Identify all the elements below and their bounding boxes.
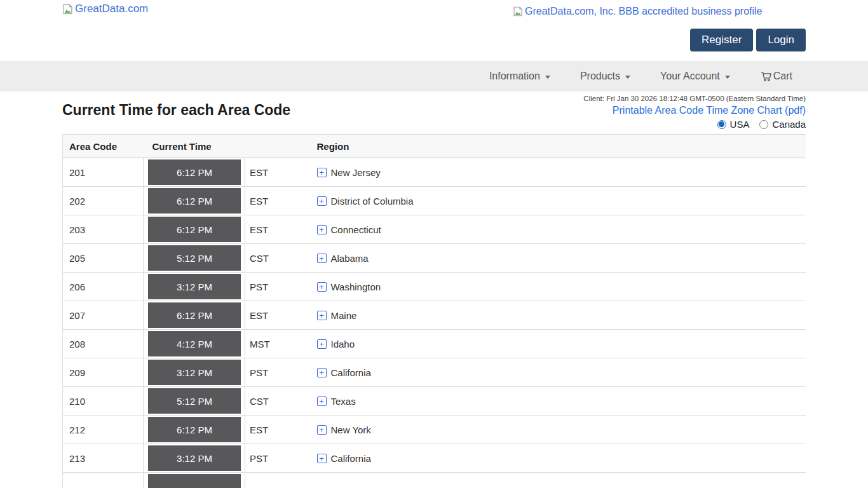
expand-plus-icon[interactable]: + <box>317 196 327 206</box>
area-code-cell: 202 <box>63 187 144 215</box>
region-name: Maine <box>331 310 357 321</box>
radio-label: USA <box>730 119 750 130</box>
timezone-cell: EST <box>245 158 312 187</box>
nav-item-cart[interactable]: Cart <box>760 70 792 83</box>
time-button[interactable]: 5:12 PM <box>148 388 241 414</box>
time-button[interactable]: 5:12 PM <box>148 245 241 271</box>
country-radio-usa[interactable]: USA <box>717 119 750 130</box>
broken-image-icon <box>512 6 524 17</box>
nav-item-label: Information <box>489 71 540 82</box>
table-row: 205 5:12 PM CST + Alabama <box>63 244 806 273</box>
timezone-cell: CST <box>245 244 312 273</box>
country-radio-group: USA Canada <box>583 119 806 130</box>
client-time-text: Client: Fri Jan 30 2026 18:12:48 GMT-050… <box>583 95 806 102</box>
page-header: GreatData.com GreatData.com, Inc. BBB ac… <box>0 0 868 61</box>
expand-plus-icon[interactable]: + <box>317 254 327 263</box>
table-row: 210 5:12 PM CST + Texas <box>63 387 806 416</box>
chevron-down-icon <box>625 76 630 79</box>
chevron-down-icon <box>545 76 550 79</box>
header-timezone <box>245 135 312 158</box>
bbb-alt-text: GreatData.com, Inc. BBB accredited busin… <box>525 6 763 17</box>
radio-icon[interactable] <box>759 120 768 129</box>
time-button[interactable] <box>148 474 241 488</box>
expand-plus-icon[interactable]: + <box>317 425 327 435</box>
area-code-cell: 210 <box>63 387 144 416</box>
right-info-stack: Client: Fri Jan 30 2026 18:12:48 GMT-050… <box>583 95 806 130</box>
radio-icon[interactable] <box>717 120 726 129</box>
table-row: 207 6:12 PM EST + Maine <box>63 301 806 330</box>
expand-plus-icon[interactable]: + <box>317 311 327 320</box>
area-code-cell: 209 <box>63 358 144 387</box>
area-code-cell: 208 <box>63 330 144 358</box>
timezone-cell: PST <box>245 444 312 473</box>
area-code-cell: 203 <box>63 215 144 244</box>
expand-plus-icon[interactable]: + <box>317 225 327 234</box>
region-name: New York <box>331 424 371 435</box>
time-button[interactable]: 3:12 PM <box>148 274 241 299</box>
chevron-down-icon <box>725 76 730 79</box>
time-button[interactable]: 3:12 PM <box>148 360 241 385</box>
area-code-cell: 207 <box>63 301 144 330</box>
nav-item-label: Cart <box>773 71 792 82</box>
timezone-cell: CST <box>245 387 312 416</box>
region-name: Texas <box>331 396 356 407</box>
region-name: California <box>331 367 371 378</box>
header-current-time: Current Time <box>144 135 245 158</box>
logo-link[interactable]: GreatData.com <box>62 3 148 15</box>
header-area-code: Area Code <box>63 135 144 158</box>
expand-plus-icon[interactable]: + <box>317 396 327 406</box>
table-row: 208 4:12 PM MST + Idaho <box>63 330 806 358</box>
info-strip: Current Time for each Area Code Client: … <box>62 92 806 134</box>
region-name: Washington <box>331 281 381 292</box>
area-code-cell: 213 <box>63 444 144 473</box>
time-button[interactable]: 6:12 PM <box>148 417 241 442</box>
region-name: New Jersey <box>331 167 381 178</box>
timezone-cell: PST <box>245 273 312 301</box>
nav-item-your-account[interactable]: Your Account <box>660 71 730 82</box>
region-name: Idaho <box>331 339 355 349</box>
auth-buttons: Register Login <box>690 29 806 51</box>
area-code-cell: 206 <box>63 273 144 301</box>
nav-item-label: Products <box>580 71 620 82</box>
expand-plus-icon[interactable]: + <box>317 168 327 177</box>
timezone-cell: EST <box>245 187 312 215</box>
table-row: 209 3:12 PM PST + California <box>63 358 806 387</box>
region-name: California <box>331 453 371 464</box>
nav-item-products[interactable]: Products <box>580 71 630 82</box>
timezone-cell: EST <box>245 416 312 444</box>
time-button[interactable]: 3:12 PM <box>148 445 241 471</box>
table-header: Area Code Current Time Region <box>63 135 806 158</box>
page-title: Current Time for each Area Code <box>62 102 290 119</box>
time-button[interactable]: 4:12 PM <box>148 331 241 356</box>
login-button[interactable]: Login <box>756 29 806 51</box>
timezone-cell: EST <box>245 301 312 330</box>
nav-item-information[interactable]: Information <box>489 71 550 82</box>
country-radio-canada[interactable]: Canada <box>759 119 806 130</box>
cart-icon <box>760 70 773 83</box>
expand-plus-icon[interactable]: + <box>317 282 327 292</box>
region-name: District of Columbia <box>331 196 414 207</box>
header-region: Region <box>312 135 806 158</box>
table-row: 212 6:12 PM EST + New York <box>63 416 806 444</box>
timezone-cell: MST <box>245 330 312 358</box>
area-code-table-body: 201 6:12 PM EST + New Jersey 202 6:12 PM… <box>63 158 806 488</box>
timezone-cell: PST <box>245 358 312 387</box>
time-button[interactable]: 6:12 PM <box>148 188 241 214</box>
logo-alt-text: GreatData.com <box>75 3 148 15</box>
bbb-accredited-link[interactable]: GreatData.com, Inc. BBB accredited busin… <box>512 6 763 17</box>
timezone-cell: EST <box>245 215 312 244</box>
table-row: 206 3:12 PM PST + Washington <box>63 273 806 301</box>
radio-label: Canada <box>772 119 806 130</box>
expand-plus-icon[interactable]: + <box>317 339 327 349</box>
time-button[interactable]: 6:12 PM <box>148 217 241 242</box>
time-button[interactable]: 6:12 PM <box>148 159 241 185</box>
main-nav: Information Products Your Account Cart <box>0 61 868 92</box>
nav-item-label: Your Account <box>660 71 720 82</box>
expand-plus-icon[interactable]: + <box>317 454 327 463</box>
expand-plus-icon[interactable]: + <box>317 368 327 377</box>
register-button[interactable]: Register <box>690 29 753 51</box>
area-code-cell: 212 <box>63 416 144 444</box>
printable-chart-link[interactable]: Printable Area Code Time Zone Chart (pdf… <box>583 105 806 116</box>
time-button[interactable]: 6:12 PM <box>148 302 241 328</box>
table-row: 213 3:12 PM PST + California <box>63 444 806 473</box>
